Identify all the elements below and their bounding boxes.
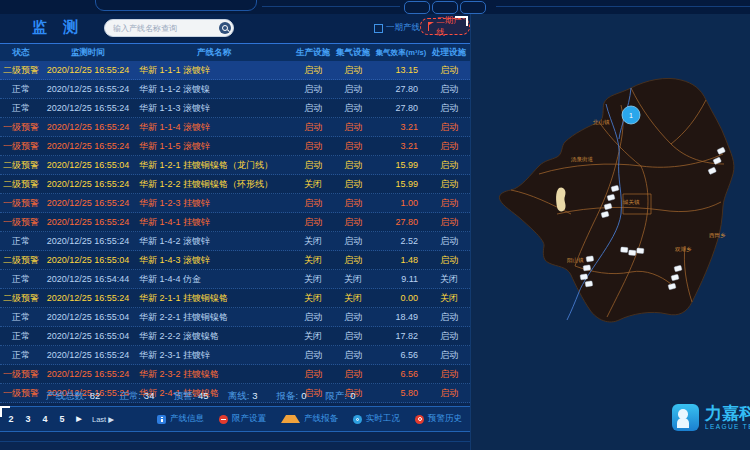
cell-name: 华新 1-2-3 挂镀锌 [134,197,294,210]
cell-treat: 关闭 [428,273,470,286]
plant-marker[interactable] [580,274,588,280]
tool-button-limit[interactable]: 限产设置 [219,413,266,425]
table-row[interactable]: 二级预警2020/12/25 16:55:24华新 1-1-1 滚镀锌启动启动1… [0,61,470,80]
cell-prod: 关闭 [294,292,332,305]
table-row[interactable]: 正常2020/12/25 16:55:04华新 2-2-1 挂镀铜镍铬启动启动1… [0,308,470,327]
phase1-toggle[interactable]: 一期产线 [374,22,420,34]
cell-status: 正常 [0,102,42,115]
cell-time: 2020/12/25 16:55:24 [42,236,134,246]
table-row[interactable]: 正常2020/12/25 16:55:24华新 1-1-2 滚镀镍启动启动27.… [0,80,470,99]
cell-status: 一级预警 [0,216,42,229]
page-number[interactable]: 4 [41,414,49,424]
summary-label: 离线: [228,390,250,401]
cell-treat: 启动 [428,368,470,381]
plant-marker[interactable] [637,248,644,254]
brand-logo-icon [672,404,699,431]
summary-label: 预警: [173,390,195,401]
next-page-button[interactable]: ▶ [75,415,83,423]
table-row[interactable]: 正常2020/12/25 16:54:44华新 1-4-4 仿金关闭关闭9.11… [0,270,470,289]
district-map[interactable]: 北山镇汤泉街道城关镇西田乡阳山镇双湖乡 1 [471,14,750,450]
cell-treat: 关闭 [428,292,470,305]
table-row[interactable]: 一级预警2020/12/25 16:55:24华新 1-1-5 滚镀锌启动启动3… [0,137,470,156]
alarm-icon [415,415,424,424]
cell-name: 华新 1-4-2 滚镀锌 [134,235,294,248]
cell-time: 2020/12/25 16:55:24 [42,84,134,94]
limit-icon [219,415,228,424]
top-strip [0,0,750,14]
tool-label: 限产设置 [232,413,266,425]
plant-marker[interactable] [583,265,591,271]
plant-marker[interactable] [585,281,593,287]
cell-treat: 启动 [428,254,470,267]
table-row[interactable]: 一级预警2020/12/25 16:55:24华新 2-3-2 挂镀镍铬启动启动… [0,365,470,384]
summary-value: 82 [90,390,101,401]
search-icon[interactable] [219,22,231,34]
corner-bracket [0,406,10,417]
cell-name: 华新 1-1-3 滚镀锌 [134,102,294,115]
tool-button-realtime[interactable]: 实时工况 [353,413,400,425]
cell-name: 华新 1-1-5 滚镀锌 [134,140,294,153]
column-header: 生产设施 [294,47,332,59]
cell-treat: 启动 [428,121,470,134]
table-row[interactable]: 二级预警2020/12/25 16:55:04华新 1-4-3 滚镀锌关闭启动1… [0,251,470,270]
table-row[interactable]: 正常2020/12/25 16:55:04华新 2-2-2 滚镀镍铬关闭启动17… [0,327,470,346]
cell-status: 正常 [0,330,42,343]
column-header: 监测时间 [42,47,134,59]
cell-prod: 启动 [294,197,332,210]
place-label: 北山镇 [592,119,610,126]
search-box[interactable] [104,19,234,37]
table-row[interactable]: 一级预警2020/12/25 16:55:24华新 1-4-1 挂镀锌启动启动2… [0,213,470,232]
table-header: 状态监测时间产线名称生产设施集气设施集气效率(m³/s)处理设施 [0,43,470,62]
cell-gas: 启动 [332,254,374,267]
plant-marker[interactable] [621,247,628,253]
park-area [556,187,565,211]
cell-eff: 3.21 [374,122,428,132]
deco-rounded-frame [95,0,257,11]
bottom-toolbar: 2345▶Last ▶ 产线信息限产设置产线报备实时工况预警历史 [0,406,470,432]
cell-prod: 关闭 [294,254,332,267]
summary-value: 3 [252,390,257,401]
brand-logo: 力嘉科技 LEAGUE TECH [672,404,750,431]
cell-time: 2020/12/25 16:55:24 [42,293,134,303]
phase1-label: 一期产线 [386,22,420,34]
table-row[interactable]: 正常2020/12/25 16:55:24华新 2-3-1 挂镀锌启动启动6.5… [0,346,470,365]
tool-label: 实时工况 [366,413,400,425]
search-input[interactable] [105,24,219,33]
summary-label: 报备: [277,390,299,401]
table-row[interactable]: 正常2020/12/25 16:55:24华新 1-1-3 滚镀锌启动启动27.… [0,99,470,118]
column-header: 产线名称 [134,47,294,59]
cell-gas: 启动 [332,235,374,248]
cell-treat: 启动 [428,140,470,153]
cell-eff: 2.52 [374,236,428,246]
cell-time: 2020/12/25 16:55:04 [42,331,134,341]
page-number[interactable]: 3 [24,414,32,424]
info-icon [157,415,166,424]
page-number[interactable]: 5 [58,414,66,424]
checkbox-icon[interactable] [374,24,383,33]
summary-item: 预警:45 [173,390,208,403]
plant-marker[interactable] [586,256,594,262]
tool-button-info[interactable]: 产线信息 [157,413,204,425]
cell-gas: 启动 [332,311,374,324]
table-row[interactable]: 正常2020/12/25 16:55:24华新 1-4-2 滚镀锌关闭启动2.5… [0,232,470,251]
last-page-button[interactable]: Last ▶ [92,415,114,424]
table-row[interactable]: 一级预警2020/12/25 16:55:24华新 1-1-4 滚镀锌启动启动3… [0,118,470,137]
column-header: 状态 [0,47,42,59]
tool-button-report[interactable]: 产线报备 [281,413,338,425]
table-body: 二级预警2020/12/25 16:55:24华新 1-1-1 滚镀锌启动启动1… [0,61,470,403]
cell-treat: 启动 [428,330,470,343]
place-label: 西田乡 [709,232,726,239]
tool-button-alarm[interactable]: 预警历史 [415,413,462,425]
flag-icon [428,22,433,31]
table-row[interactable]: 二级预警2020/12/25 16:55:04华新 1-2-1 挂镀铜镍铬（龙门… [0,156,470,175]
cell-treat: 启动 [428,197,470,210]
cell-name: 华新 2-3-2 挂镀镍铬 [134,368,294,381]
cell-status: 正常 [0,235,42,248]
cell-eff: 13.15 [374,65,428,75]
place-label: 汤泉街道 [570,156,594,163]
table-row[interactable]: 一级预警2020/12/25 16:55:24华新 1-2-3 挂镀锌启动启动1… [0,194,470,213]
table-row[interactable]: 二级预警2020/12/25 16:55:24华新 1-2-2 挂镀铜镍铬（环形… [0,175,470,194]
table-row[interactable]: 二级预警2020/12/25 16:55:24华新 2-1-1 挂镀铜镍铬关闭关… [0,289,470,308]
plant-marker[interactable] [629,250,636,256]
cell-prod: 启动 [294,368,332,381]
